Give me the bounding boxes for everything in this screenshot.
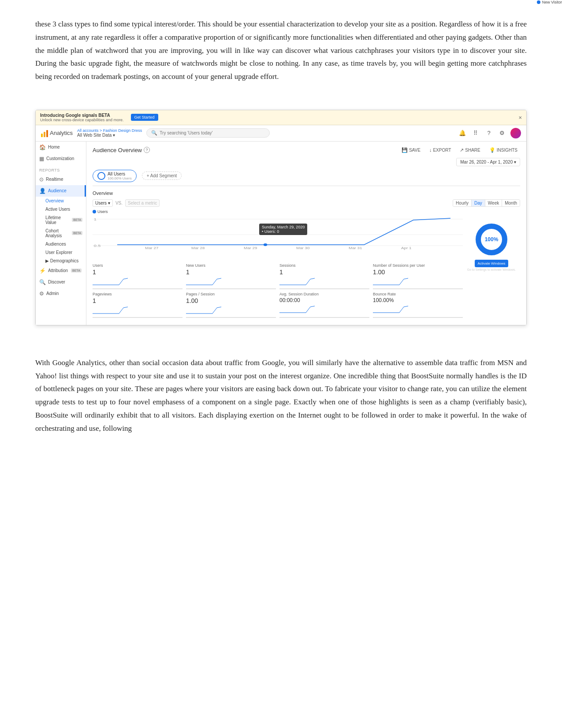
line-chart-svg: 1 0.5 Mar 27 Mar 28 Mar 29 Mar 30 Mar 31 <box>93 215 463 250</box>
sparkline-sessions-per-user <box>373 277 408 286</box>
sparkline-users <box>93 277 128 286</box>
search-icon: 🔍 <box>151 130 157 136</box>
get-started-button[interactable]: Get Started <box>131 114 158 121</box>
paragraph-1: these 3 class types to find some typical… <box>35 18 527 83</box>
metric-1-select[interactable]: Users ▾ <box>93 199 113 207</box>
notifications-icon[interactable]: 🔔 <box>458 128 467 138</box>
user-avatar[interactable] <box>510 128 521 138</box>
article-bottom: With Google Analytics, other than social… <box>0 339 562 457</box>
metric-2-select[interactable]: Select a metric <box>125 199 160 207</box>
logo-bar-3 <box>46 130 48 137</box>
breadcrumb-top: All accounts > Fashion Design Dress <box>77 128 142 133</box>
sidebar-item-attribution[interactable]: ⚡ Attribution BETA <box>36 265 86 276</box>
stat-users: Users 1 <box>93 263 182 289</box>
paragraph-2: With Google Analytics, other than social… <box>35 356 527 435</box>
view-toggles: Hourly Day Week Month <box>453 199 520 207</box>
svg-point-5 <box>264 243 267 246</box>
breadcrumb-bot[interactable]: All Web Site Data ▾ <box>77 133 142 138</box>
help-icon[interactable]: ? <box>484 128 494 138</box>
banner-subtitle: Unlock new cross-device capabilities and… <box>40 118 124 122</box>
admin-icon: ⚙ <box>39 291 44 297</box>
attribution-icon: ⚡ <box>39 268 46 274</box>
logo-bar-1 <box>41 134 43 137</box>
sidebar-sub-lifetime-value[interactable]: Lifetime Value BETA <box>36 213 86 227</box>
insights-button[interactable]: 💡 INSIGHTS <box>487 146 520 154</box>
svg-text:0.5: 0.5 <box>94 243 101 247</box>
ga-content-main: Users 1 0.5 <box>93 209 463 321</box>
logo-bar-2 <box>44 132 45 137</box>
date-range-picker[interactable]: Mar 26, 2020 - Apr 1, 2020 ▾ <box>456 158 520 166</box>
export-button[interactable]: ↓ EXPORT <box>427 146 454 154</box>
sidebar-sub-user-explorer[interactable]: User Explorer <box>36 248 86 257</box>
sparkline-session-duration <box>279 305 315 314</box>
home-icon: 🏠 <box>39 144 46 150</box>
add-segment-button[interactable]: + Add Segment <box>142 172 182 180</box>
svg-text:Mar 30: Mar 30 <box>296 246 310 250</box>
metric-controls: Users ▾ VS. Select a metric Hourly Day W… <box>93 199 520 207</box>
sparkline-sessions <box>279 277 315 286</box>
share-icon: ↗ <box>460 147 464 153</box>
sidebar-sub-active-users[interactable]: Active Users <box>36 205 86 213</box>
vs-text: VS. <box>115 201 123 205</box>
sidebar-sub-audiences[interactable]: Audiences <box>36 240 86 248</box>
chart-container: 1 0.5 Mar 27 Mar 28 Mar 29 Mar 30 Mar 31 <box>93 215 463 259</box>
svg-text:Mar 28: Mar 28 <box>191 246 205 250</box>
sidebar-item-realtime[interactable]: ⊙ Realtime <box>36 174 86 185</box>
ga-search-bar[interactable]: 🔍 <box>146 128 270 138</box>
analytics-logo-icon <box>41 129 48 137</box>
save-button[interactable]: 💾 SAVE <box>399 146 423 154</box>
svg-text:Mar 31: Mar 31 <box>349 246 362 250</box>
view-day-button[interactable]: Day <box>471 200 485 206</box>
sidebar-sub-cohort[interactable]: Cohort Analysis BETA <box>36 227 86 240</box>
chart-users-label: Users <box>93 209 463 214</box>
stat-bounce-rate: Bounce Rate 100.00% <box>373 292 463 318</box>
stats-grid-2: Pageviews 1 Pages / Session 1.00 <box>93 292 463 318</box>
sparkline-bounce-rate <box>373 305 408 314</box>
ga-right-panel: New Visitor 100% Activate Windows Go to … <box>463 209 520 321</box>
page-help-icon[interactable]: ? <box>144 147 150 153</box>
svg-text:Apr 1: Apr 1 <box>401 246 412 250</box>
share-button[interactable]: ↗ SHARE <box>457 146 483 154</box>
apps-icon[interactable]: ⠿ <box>471 128 480 138</box>
sparkline-pages-session <box>186 306 221 314</box>
overview-section-label: Overview <box>93 190 520 196</box>
content-topbar: Audience Overview ? 💾 SAVE ↓ EXPORT ↗ SH… <box>93 146 520 154</box>
customization-icon: ▦ <box>39 156 44 162</box>
svg-text:Mar 29: Mar 29 <box>244 246 257 250</box>
stats-grid-1: Users 1 New Users 1 <box>93 263 463 289</box>
realtime-icon: ⊙ <box>39 176 44 183</box>
sidebar-sub-demographics[interactable]: ▶ Demographics <box>36 257 86 265</box>
all-users-pct: 100.00% Users <box>108 176 132 180</box>
donut-chart: 100% <box>474 222 509 257</box>
stat-sessions: Sessions 1 <box>279 263 369 289</box>
ga-sidebar: 🏠 Home ▦ Customization REPORTS ⊙ Realtim… <box>36 142 86 325</box>
sidebar-item-customization[interactable]: ▦ Customization <box>36 153 86 164</box>
ga-breadcrumb: All accounts > Fashion Design Dress All … <box>77 128 142 138</box>
all-users-circle <box>97 172 105 180</box>
app-name: Analytics <box>50 130 73 136</box>
sidebar-item-audience[interactable]: 👤 Audience <box>36 185 86 197</box>
sidebar-item-discover[interactable]: 🔍 Discover <box>36 276 86 288</box>
view-week-button[interactable]: Week <box>485 200 502 206</box>
audience-icon: 👤 <box>39 188 46 194</box>
stat-new-users: New Users 1 <box>186 263 276 289</box>
sidebar-item-admin[interactable]: ⚙ Admin <box>36 288 86 299</box>
banner-close-icon[interactable]: × <box>518 114 522 121</box>
sparkline-new-users <box>186 277 221 286</box>
sidebar-item-home[interactable]: 🏠 Home <box>36 142 86 153</box>
insights-icon: 💡 <box>489 147 495 153</box>
sidebar-sub-overview[interactable]: Overview <box>36 197 86 205</box>
save-icon: 💾 <box>402 147 408 153</box>
view-month-button[interactable]: Month <box>502 200 520 206</box>
search-input[interactable] <box>160 131 265 135</box>
all-users-segment[interactable]: All Users 100.00% Users <box>93 170 137 182</box>
activate-windows-sub: Go to Settings to activate Windows. <box>467 268 516 271</box>
page-title: Audience Overview ? <box>93 147 150 153</box>
header-right-actions: 🔔 ⠿ ? ⚙ <box>458 128 521 138</box>
ga-logo: Analytics <box>41 129 73 137</box>
svg-text:Mar 27: Mar 27 <box>145 246 159 250</box>
stat-pages-session: Pages / Session 1.00 <box>186 292 276 318</box>
settings-icon[interactable]: ⚙ <box>497 128 507 138</box>
view-hourly-button[interactable]: Hourly <box>453 200 471 206</box>
activate-windows-button[interactable]: Activate Windows <box>475 260 508 267</box>
